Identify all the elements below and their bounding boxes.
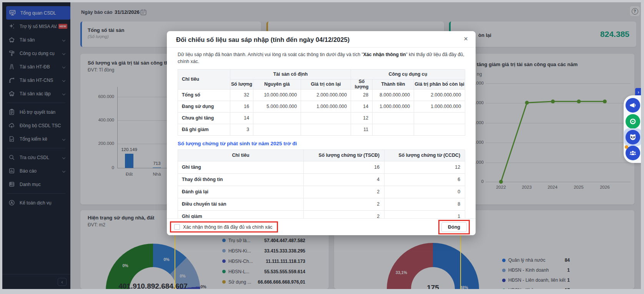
table-cell: 16 bbox=[304, 161, 384, 174]
table-cell: 6 bbox=[384, 174, 465, 186]
description-bold: Xác nhận thông tin bbox=[363, 52, 406, 57]
panda-icon bbox=[629, 133, 637, 141]
modal-footer: Xác nhận thông tin đã đầy đủ và chính xá… bbox=[167, 218, 476, 235]
table-header-cell: Số lượng bbox=[351, 80, 373, 90]
table-cell: 8 bbox=[384, 198, 465, 211]
table-cell: 12 bbox=[351, 113, 373, 124]
modal-title: Đối chiếu số liệu sau sáp nhập (tính đến… bbox=[176, 36, 466, 43]
table-row-label: Ghi giảm bbox=[178, 211, 304, 218]
yellow-guideline bbox=[175, 235, 175, 289]
assets-summary-table: Chỉ tiêu Tài sản cố định Công cụ dụng cụ… bbox=[178, 69, 465, 136]
table-cell bbox=[373, 124, 414, 136]
table-cell: 14 bbox=[230, 113, 253, 124]
table-row-label: Đang sử dụng bbox=[178, 101, 230, 113]
table-row-label: Ghi tăng bbox=[178, 161, 304, 174]
chatbot-button[interactable] bbox=[626, 130, 640, 145]
modal-header: Đối chiếu số liệu sau sáp nhập (tính đến… bbox=[167, 31, 476, 48]
table-header-cell: Số lượng chứng từ (CCDC) bbox=[384, 150, 465, 161]
table-header-cell: Chỉ tiêu bbox=[178, 70, 230, 90]
table-cell bbox=[301, 113, 351, 124]
table-cell: 4 bbox=[304, 174, 384, 186]
window-frame-top bbox=[0, 0, 644, 2]
documents-count-table: Chỉ tiêu Số lượng chứng từ (TSCĐ) Số lượ… bbox=[178, 149, 465, 218]
app-window: Tổng quan CSDL Trợ lý số MISA AVA NEW Tà… bbox=[0, 0, 644, 294]
table-header-cell: Giá trị còn lại bbox=[301, 80, 351, 90]
support-button[interactable] bbox=[626, 114, 640, 129]
table-header-cell: Chỉ tiêu bbox=[178, 150, 304, 161]
table-header-cell: Thành tiền bbox=[373, 80, 414, 90]
table-cell bbox=[301, 124, 351, 136]
table-header-cell: Số lượng bbox=[230, 80, 253, 90]
confirm-checkbox[interactable] bbox=[174, 224, 180, 230]
table-header-cell: Giá trị phân bổ còn lại bbox=[414, 80, 465, 90]
yellow-guideline bbox=[460, 235, 461, 289]
documents-section-title: Số lượng chứng từ phát sinh từ năm 2025 … bbox=[178, 141, 465, 146]
table-cell: 5.000.000.000 bbox=[253, 101, 301, 113]
table-cell: 1.000.000.000 bbox=[414, 101, 465, 113]
window-frame-left bbox=[0, 0, 2, 294]
chevron-right-icon: › bbox=[638, 90, 639, 95]
close-button[interactable]: Đóng bbox=[441, 222, 467, 232]
table-header-cell: Nguyên giá bbox=[253, 80, 301, 90]
window-frame-right bbox=[641, 0, 644, 294]
table-cell: 28 bbox=[351, 90, 373, 101]
table-cell: 1 bbox=[384, 211, 465, 218]
table-cell: 12 bbox=[384, 161, 465, 174]
support-ring-icon bbox=[629, 118, 637, 125]
table-cell: 10.000.000.000 bbox=[253, 90, 301, 101]
table-row-label: Điều chuyển tài sản bbox=[178, 198, 304, 211]
table-cell: 1.000.000.000 bbox=[301, 101, 351, 113]
table-row-label: Đã ghi giảm bbox=[178, 124, 230, 136]
announcement-button[interactable] bbox=[626, 98, 640, 113]
close-button-highlight: Đóng bbox=[438, 220, 470, 234]
table-group-header: Công cụ dụng cụ bbox=[351, 70, 465, 80]
table-cell: 14 bbox=[351, 101, 373, 113]
table-cell: 1.000.000.000 bbox=[373, 101, 414, 113]
table-cell: 11 bbox=[351, 124, 373, 136]
table-cell: 3 bbox=[230, 124, 253, 136]
notification-dot bbox=[625, 145, 628, 149]
table-header-cell: Số lượng chứng từ (TSCĐ) bbox=[304, 150, 384, 161]
people-icon bbox=[629, 149, 637, 157]
table-cell: 16 bbox=[230, 101, 253, 113]
table-row-label: Thay đổi thông tin bbox=[178, 174, 304, 186]
table-row-label: Tổng số bbox=[178, 90, 230, 101]
reconciliation-modal: Đối chiếu số liệu sau sáp nhập (tính đến… bbox=[167, 31, 476, 235]
confirm-checkbox-label[interactable]: Xác nhận thông tin đã đầy đủ và chính xá… bbox=[183, 224, 272, 230]
table-row-label: Đánh giá lại bbox=[178, 186, 304, 198]
modal-body: Dữ liệu sáp nhập đã hoàn thành. Anh/chị … bbox=[167, 48, 476, 218]
confirm-checkbox-highlight: Xác nhận thông tin đã đầy đủ và chính xá… bbox=[170, 221, 278, 233]
table-cell bbox=[253, 124, 301, 136]
floating-dock bbox=[624, 95, 642, 163]
table-cell bbox=[253, 113, 301, 124]
table-group-header: Tài sản cố định bbox=[230, 70, 351, 80]
table-cell bbox=[373, 113, 414, 124]
close-icon[interactable]: × bbox=[464, 35, 468, 42]
description-text: Dữ liệu sáp nhập đã hoàn thành. Anh/chị … bbox=[178, 52, 363, 57]
table-cell bbox=[414, 124, 465, 136]
table-cell: 2 bbox=[304, 186, 384, 198]
table-cell: 2.000.000.000 bbox=[414, 90, 465, 101]
modal-description: Dữ liệu sáp nhập đã hoàn thành. Anh/chị … bbox=[178, 51, 465, 65]
table-cell: 2 bbox=[304, 211, 384, 218]
table-cell: 32 bbox=[230, 90, 253, 101]
window-frame-bottom bbox=[0, 289, 644, 294]
megaphone-icon bbox=[629, 101, 637, 109]
table-cell: 0 bbox=[384, 186, 465, 198]
table-cell: 2 bbox=[304, 198, 384, 211]
table-cell bbox=[414, 113, 465, 124]
table-cell: 2.000.000.000 bbox=[301, 90, 351, 101]
table-cell: 8.000.000.000 bbox=[373, 90, 414, 101]
table-row-label: Chưa ghi tăng bbox=[178, 113, 230, 124]
